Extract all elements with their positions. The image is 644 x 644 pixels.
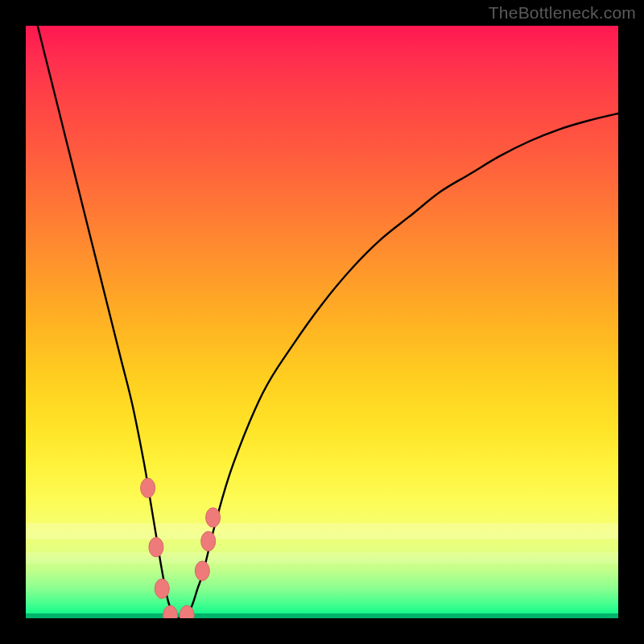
dot-right-upper xyxy=(206,508,221,527)
dot-min-left xyxy=(163,605,178,618)
dot-right-mid xyxy=(201,531,216,551)
bottleneck-curve xyxy=(26,26,618,618)
curve-markers xyxy=(141,478,221,618)
dot-left-upper xyxy=(141,478,155,497)
plot-area xyxy=(26,26,618,618)
watermark-text: TheBottleneck.com xyxy=(489,3,636,23)
dot-left-mid xyxy=(149,538,163,557)
dot-right-low xyxy=(195,561,209,580)
dot-left-low xyxy=(155,579,169,598)
chart-frame: TheBottleneck.com xyxy=(0,0,644,644)
bottleneck-curve-svg xyxy=(26,26,618,618)
